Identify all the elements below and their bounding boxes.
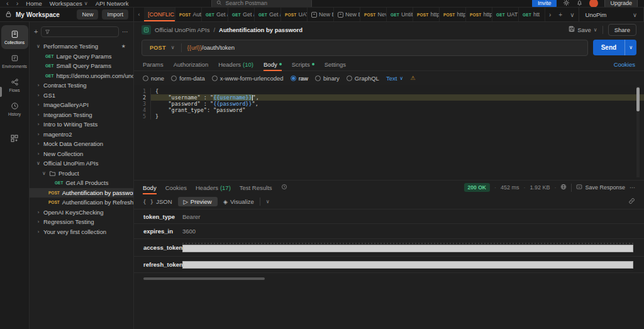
editor-line[interactable]: 4 "grant_type": "password" (134, 107, 644, 113)
response-tab-test-results[interactable]: Test Results (240, 181, 272, 194)
raw-language-dropdown[interactable]: Text∨ (386, 75, 403, 82)
tab-request[interactable]: GETGet / (202, 8, 228, 21)
editor-line[interactable]: 1{ (134, 88, 644, 94)
tree-collection[interactable]: ›ImageGalleryAPI (30, 100, 133, 110)
tree-request[interactable]: GETLarge Query Params (30, 52, 133, 62)
breadcrumb-collection[interactable]: Official UnoPim APIs (155, 26, 209, 33)
chevron-collapsed-icon[interactable]: › (36, 209, 41, 215)
tab-request[interactable]: GETGet / (228, 8, 255, 21)
response-tab-cookies[interactable]: Cookies (165, 181, 187, 194)
save-response-button[interactable]: Save Response (576, 184, 625, 191)
body-mode-raw[interactable]: raw (291, 75, 308, 82)
tree-collection[interactable]: ∨Official UnoPim APIs (30, 159, 133, 169)
sidebar-more-icon[interactable]: ⋯ (122, 28, 129, 35)
tree-request[interactable]: POSTAuthentification by password (30, 188, 133, 198)
globe-icon[interactable] (560, 184, 567, 191)
nav-home[interactable]: Home (26, 0, 42, 7)
workspace-name[interactable]: My Workspace (16, 11, 60, 18)
view-visualize-button[interactable]: ◈ Visualize (223, 198, 254, 205)
chevron-collapsed-icon[interactable]: › (36, 92, 41, 98)
body-mode-form-data[interactable]: form-data (171, 75, 205, 82)
chevron-down-icon[interactable]: ∨ (594, 27, 597, 33)
tabs-scroll-right-icon[interactable]: › (545, 11, 555, 18)
body-mode-none[interactable]: none (143, 75, 164, 82)
chevron-collapsed-icon[interactable]: › (36, 112, 41, 118)
tab-environment[interactable]: New E (308, 8, 334, 21)
nav-forward-icon[interactable]: › (16, 0, 19, 7)
tree-collection[interactable]: ›magentro2 (30, 130, 133, 140)
new-button[interactable]: New (77, 9, 98, 20)
tree-request[interactable]: GETSmall Query Params (30, 61, 133, 71)
body-editor[interactable]: 1{2 "username" : "{{username}}",3 "passw… (134, 85, 644, 181)
tab-request[interactable]: POSThttp (413, 8, 440, 21)
body-mode-graphql[interactable]: GraphQL (347, 75, 379, 82)
tab-request[interactable]: GETGet / (255, 8, 281, 21)
tree-collection[interactable]: ›Integration Testing (30, 110, 133, 120)
method-dropdown[interactable]: POST (142, 45, 171, 51)
tab-menu-chevron-icon[interactable]: ∨ (566, 11, 578, 18)
view-options-chevron-icon[interactable]: ∨ (266, 199, 270, 204)
tree-request[interactable]: GETGet All Products (30, 178, 133, 188)
chevron-collapsed-icon[interactable]: › (36, 141, 41, 147)
import-button[interactable]: Import (102, 9, 128, 20)
table-value[interactable] (182, 243, 644, 252)
chevron-expanded-icon[interactable]: ∨ (42, 170, 47, 176)
nav-back-icon[interactable]: ‹ (6, 0, 9, 7)
tree-collection[interactable]: ›Intro to Writing Tests (30, 120, 133, 130)
request-tab-settings[interactable]: Settings (325, 58, 346, 70)
chevron-collapsed-icon[interactable]: › (36, 151, 41, 157)
body-mode-x-www-form-urlencoded[interactable]: x-www-form-urlencoded (212, 75, 284, 82)
tab-request[interactable]: POSThttp (440, 8, 466, 21)
chevron-collapsed-icon[interactable]: › (36, 82, 41, 88)
tab-request[interactable]: GETUntitl (387, 8, 413, 21)
tab-request[interactable]: GEThtt (519, 8, 545, 21)
request-tab-scripts[interactable]: Scripts (292, 58, 314, 70)
notifications-bell-icon[interactable] (576, 0, 583, 8)
sidebar-filter-input[interactable] (41, 26, 119, 37)
request-tab-authorization[interactable]: Authorization (174, 58, 208, 70)
send-button[interactable]: Send ∨ (593, 40, 636, 55)
chevron-expanded-icon[interactable]: ∨ (36, 160, 41, 166)
user-avatar[interactable] (589, 0, 598, 8)
nav-api-network[interactable]: API Network (96, 0, 129, 7)
invite-button[interactable]: Invite (532, 0, 557, 8)
tree-request[interactable]: POSTAuthentification by Refresh tok... (30, 198, 133, 208)
url-bar[interactable]: POST ∨ {{url}} /oauth/token (142, 40, 588, 56)
chevron-collapsed-icon[interactable]: › (36, 121, 41, 127)
chevron-collapsed-icon[interactable]: › (36, 131, 41, 137)
tree-collection[interactable]: ›Contract Testing (30, 81, 133, 91)
view-preview-button[interactable]: ▷ Preview (178, 197, 218, 206)
response-history-icon[interactable] (281, 184, 287, 191)
nav-workspaces[interactable]: Workspaces ∨ (50, 0, 88, 7)
body-mode-binary[interactable]: binary (315, 75, 340, 82)
view-json-button[interactable]: { } JSON (143, 198, 172, 205)
request-tab-body[interactable]: Body (264, 58, 282, 70)
editor-line[interactable]: 3 "password" : "{{password}}", (134, 101, 644, 107)
tab-request[interactable]: POSTAuth (175, 8, 202, 21)
tab-request[interactable]: POSTNev (360, 8, 387, 21)
editor-scrollbar[interactable] (636, 86, 640, 177)
configure-sidebar-icon[interactable] (10, 134, 19, 145)
more-options-icon[interactable]: ⋯ (630, 184, 635, 191)
rail-item-environments[interactable]: Environments (1, 49, 28, 73)
upgrade-button[interactable]: Upgrade (604, 0, 638, 8)
tree-collection[interactable]: ›New Collection (30, 149, 133, 159)
tree-folder[interactable]: ∨Product (30, 169, 133, 179)
table-value[interactable] (182, 261, 644, 269)
editor-line[interactable]: 5} (134, 113, 644, 120)
rail-item-flows[interactable]: Flows (1, 73, 28, 97)
tree-collection[interactable]: ›GS1 (30, 91, 133, 101)
environment-selector[interactable]: UnoPim ∨ (579, 8, 644, 21)
response-tab-body[interactable]: Body (143, 181, 157, 194)
share-button[interactable]: Share (608, 24, 636, 36)
tab-request[interactable]: GETUAT (492, 8, 519, 21)
rail-item-history[interactable]: History (1, 97, 28, 121)
tabs-scroll-left-icon[interactable]: ‹ (134, 8, 144, 21)
send-options-chevron-icon[interactable]: ∨ (625, 40, 636, 55)
tree-collection[interactable]: ›Your very first collection (30, 227, 133, 237)
chevron-expanded-icon[interactable]: ∨ (36, 43, 41, 49)
panel-resize-handle[interactable] (0, 87, 2, 97)
tree-collection[interactable]: ›Mock Data Generation (30, 139, 133, 149)
cookies-link[interactable]: Cookies (614, 61, 635, 68)
tab-environment[interactable]: New E (334, 8, 360, 21)
